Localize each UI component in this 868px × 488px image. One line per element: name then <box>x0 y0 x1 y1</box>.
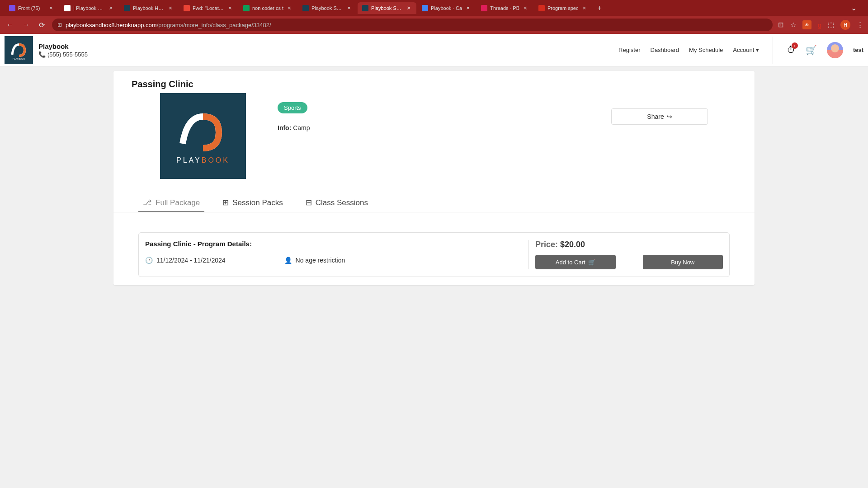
close-icon[interactable]: × <box>346 5 352 11</box>
tab-program-spec[interactable]: Program spec × <box>534 2 592 14</box>
phone-number: (555) 555-5555 <box>47 51 88 58</box>
favicon-icon <box>362 5 368 11</box>
menu-icon[interactable]: ⋮ <box>857 21 863 29</box>
content-tabs: ⎇ Full Package ⊞ Session Packs ⊟ Class S… <box>113 179 755 212</box>
tab-label: Session Packs <box>232 198 283 207</box>
reload-button[interactable]: ⟳ <box>37 19 47 31</box>
close-icon[interactable]: × <box>406 5 412 11</box>
age-item: 👤 No age restriction <box>284 257 345 264</box>
divider <box>773 37 773 64</box>
price-label: Price: <box>535 240 560 249</box>
tab-slack[interactable]: Threads - PB × <box>476 2 533 14</box>
close-icon[interactable]: × <box>522 5 528 11</box>
nav-schedule[interactable]: My Schedule <box>689 47 723 53</box>
forward-button[interactable]: → <box>21 19 32 31</box>
favicon-icon <box>64 5 71 11</box>
toolbar-icons: ⊡ ☆ 👁 g ⬚ H ⋮ <box>778 20 863 30</box>
nav-dashboard[interactable]: Dashboard <box>651 47 679 53</box>
node-icon: ⊟ <box>306 198 312 207</box>
page-title: Passing Clinic <box>113 71 755 93</box>
account-label: Account <box>733 47 754 53</box>
app-header: PLAYBOOK Playbook 📞 (555) 555-5555 Regis… <box>0 34 868 66</box>
url-host: playbooksandbox8.herokuapp.com <box>66 22 157 28</box>
browser-toolbar: ← → ⟳ ⊞ playbooksandbox8.herokuapp.com/p… <box>0 16 868 34</box>
age-text: No age restriction <box>296 257 345 264</box>
info-label: Info: <box>278 124 291 131</box>
share-button[interactable]: Share ↪ <box>611 108 708 125</box>
password-icon[interactable]: ⊡ <box>778 21 784 29</box>
tab-full-package[interactable]: ⎇ Full Package <box>138 194 204 212</box>
tab-playbook-help[interactable]: Playbook Help × <box>119 2 178 14</box>
favicon-icon <box>184 5 190 11</box>
details-right: Price: $20.00 Add to Cart 🛒 Buy Now <box>528 240 723 269</box>
org-phone: 📞 (555) 555-5555 <box>38 51 88 58</box>
add-to-cart-label: Add to Cart <box>556 259 585 266</box>
new-tab-button[interactable]: + <box>593 4 606 12</box>
avatar[interactable] <box>827 42 843 58</box>
extensions-icon[interactable]: ⬚ <box>828 21 834 29</box>
tab-title: Program spec <box>547 5 578 11</box>
url-path: /programs/more_info/class_package/33482/ <box>157 22 271 28</box>
bookmark-icon[interactable]: ☆ <box>790 21 796 29</box>
close-icon[interactable]: × <box>48 5 54 11</box>
chevron-down-icon[interactable]: ⌄ <box>844 4 863 12</box>
tab-title: non coder cs t <box>252 5 283 11</box>
tab-sheets[interactable]: non coder cs t × <box>239 2 297 14</box>
username: test <box>853 47 863 53</box>
cart-icon[interactable]: 🛒 <box>806 45 817 56</box>
org-info: Playbook 📞 (555) 555-5555 <box>38 42 88 58</box>
nav-register[interactable]: Register <box>618 47 640 53</box>
tab-label: Full Package <box>156 198 200 207</box>
add-to-cart-button[interactable]: Add to Cart 🛒 <box>535 255 616 269</box>
notification-badge: ! <box>792 42 798 49</box>
buy-now-button[interactable]: Buy Now <box>643 255 723 269</box>
site-settings-icon[interactable]: ⊞ <box>57 22 62 28</box>
branch-icon: ⎇ <box>143 198 152 207</box>
tab-docs[interactable]: Playbook - Ca × <box>417 2 476 14</box>
content-card: Passing Clinic PLAYBOOK Sports Info: <box>113 71 755 285</box>
stopwatch-icon[interactable]: ⏱ ! <box>787 45 796 55</box>
price-value: $20.00 <box>560 240 585 249</box>
nav-account[interactable]: Account ▾ <box>733 47 759 53</box>
page-content: PLAYBOOK Playbook 📞 (555) 555-5555 Regis… <box>0 34 868 488</box>
dates-text: 11/12/2024 - 11/21/2024 <box>156 257 226 264</box>
favicon-icon <box>124 5 130 11</box>
dates-item: 🕐 11/12/2024 - 11/21/2024 <box>145 257 226 264</box>
program-image: PLAYBOOK <box>160 93 246 179</box>
tab-title: Playbook - Ca <box>431 5 462 11</box>
favicon-icon <box>481 5 487 11</box>
close-icon[interactable]: × <box>167 5 174 11</box>
grammarly-icon[interactable]: g <box>818 21 821 29</box>
close-icon[interactable]: × <box>465 5 471 11</box>
profile-icon[interactable]: H <box>840 20 850 30</box>
close-icon[interactable]: × <box>108 5 114 11</box>
org-name: Playbook <box>38 42 88 50</box>
close-icon[interactable]: × <box>227 5 233 11</box>
buy-now-label: Buy Now <box>671 259 694 266</box>
org-logo[interactable]: PLAYBOOK <box>5 36 33 64</box>
tab-title: Playbook Help <box>133 5 165 11</box>
info-row: Info: Camp <box>278 124 310 131</box>
share-icon: ↪ <box>667 113 672 120</box>
svg-text:PLAYBOOK: PLAYBOOK <box>12 58 25 60</box>
address-bar[interactable]: ⊞ playbooksandbox8.herokuapp.com/program… <box>52 19 773 31</box>
close-icon[interactable]: × <box>581 5 587 11</box>
back-button[interactable]: ← <box>5 19 15 31</box>
tab-playbook-dash[interactable]: | Playbook Das × <box>60 2 118 14</box>
tab-playbook-sandbox-2[interactable]: Playbook Sanc × <box>358 2 416 14</box>
close-icon[interactable]: × <box>286 5 292 11</box>
tab-playbook-sandbox-1[interactable]: Playbook Sanc × <box>298 2 357 14</box>
category-badge: Sports <box>278 102 307 113</box>
tab-title: Threads - PB <box>490 5 519 11</box>
tab-class-sessions[interactable]: ⊟ Class Sessions <box>301 194 373 212</box>
clock-icon: 🕐 <box>145 257 153 264</box>
extension-icon[interactable]: 👁 <box>802 20 811 29</box>
action-buttons: Add to Cart 🛒 Buy Now <box>535 255 723 269</box>
tab-session-packs[interactable]: ⊞ Session Packs <box>218 194 288 212</box>
details-left: Passing Clinic - Program Details: 🕐 11/1… <box>145 240 528 269</box>
tab-front[interactable]: Front (75) × <box>5 2 59 14</box>
tab-title: Front (75) <box>18 5 45 11</box>
person-icon: 👤 <box>284 257 292 264</box>
browser-tabs: Front (75) × | Playbook Das × Playbook H… <box>0 0 868 16</box>
tab-gmail[interactable]: Fwd: "Location × <box>179 2 238 14</box>
